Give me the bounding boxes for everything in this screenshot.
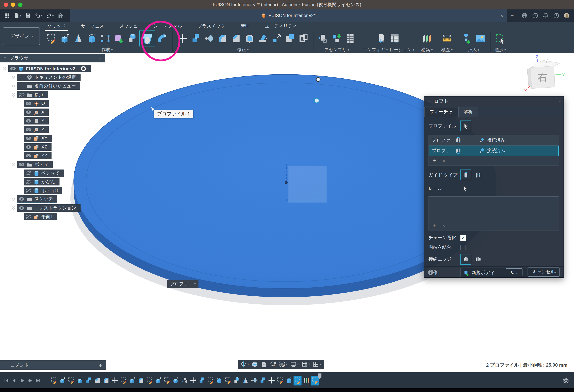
visibility-icon[interactable] <box>19 84 25 88</box>
timeline-feature[interactable] <box>172 375 180 385</box>
timeline-feature[interactable] <box>145 375 153 385</box>
group-label-insert[interactable]: 挿入▾ <box>468 47 479 53</box>
step-forward-button[interactable] <box>28 378 33 383</box>
timeline-feature[interactable] <box>50 375 58 385</box>
visibility-icon[interactable] <box>25 119 32 123</box>
orbit-button[interactable]: ▾ <box>241 361 249 367</box>
ribbon-tool-button[interactable] <box>317 32 329 45</box>
timeline-feature[interactable] <box>163 375 171 385</box>
timeline-feature[interactable] <box>180 375 188 385</box>
dropdown-caret-icon[interactable]: ▾ <box>247 363 249 366</box>
item-label[interactable]: XY <box>41 136 47 141</box>
collapse-panel-icon[interactable]: « <box>4 56 6 61</box>
tabstrip-icon-button[interactable] <box>553 13 559 19</box>
guide-rail-button[interactable] <box>460 169 471 180</box>
item-label[interactable]: 平面1 <box>41 214 53 220</box>
workspace-selector[interactable]: デザイン ▾ <box>3 27 40 45</box>
ribbon-tool-button[interactable] <box>112 32 125 45</box>
visibility-icon[interactable] <box>25 171 32 175</box>
item-label[interactable]: ボディ <box>35 161 48 167</box>
timeline-feature[interactable] <box>206 375 214 385</box>
timeline-feature[interactable] <box>285 375 293 385</box>
ribbon-tool-button[interactable] <box>297 32 309 45</box>
browser-row-box[interactable]: XY <box>24 135 52 142</box>
timeline-feature[interactable] <box>102 375 110 385</box>
browser-row[interactable]: X <box>24 108 105 116</box>
visibility-icon[interactable] <box>25 154 32 158</box>
browser-row[interactable]: ボディ8 <box>24 187 105 194</box>
profile-dropdown-label[interactable]: プロファ... ▾ <box>167 280 199 288</box>
timeline-feature[interactable] <box>128 375 136 385</box>
item-label[interactable]: XZ <box>41 144 47 149</box>
visibility-icon[interactable] <box>19 162 25 166</box>
minimize-window-button[interactable] <box>11 2 15 7</box>
tabstrip-icon-button[interactable] <box>532 13 538 19</box>
visibility-icon[interactable] <box>25 145 32 149</box>
browser-row[interactable]: O <box>24 100 105 107</box>
browser-row[interactable]: 平面1 <box>24 213 105 220</box>
browser-row[interactable]: かびん <box>24 178 105 186</box>
item-label[interactable]: YZ <box>41 153 47 158</box>
dialog-tab[interactable]: フィーチャ <box>424 107 458 117</box>
timeline-feature[interactable] <box>59 375 66 385</box>
chain-selection-checkbox[interactable]: ✓ <box>460 235 466 241</box>
timeline-feature[interactable] <box>276 375 284 385</box>
go-to-start-button[interactable] <box>4 378 9 383</box>
browser-row-box[interactable]: 平面1 <box>24 213 57 220</box>
item-label[interactable]: X <box>41 110 44 115</box>
ribbon-tool-button[interactable] <box>376 32 388 45</box>
browser-row-box[interactable]: XZ <box>24 143 52 151</box>
ribbon-tool-button[interactable] <box>421 32 433 45</box>
ribbon-tool-button[interactable] <box>59 32 71 45</box>
play-button[interactable] <box>20 378 25 383</box>
timeline-feature[interactable] <box>111 375 119 385</box>
browser-row-box[interactable]: ボディ <box>17 161 53 168</box>
ribbon-tab[interactable]: メッシュ <box>119 23 138 29</box>
profile-name[interactable]: プロファ... <box>432 137 452 143</box>
ribbon-tool-button[interactable] <box>230 32 242 45</box>
timeline-feature[interactable] <box>154 375 162 385</box>
go-to-end-button[interactable] <box>36 378 41 383</box>
dropdown-caret-icon[interactable]: ▾ <box>286 363 287 366</box>
item-label[interactable]: コンストラクション <box>35 205 76 211</box>
profile-row[interactable]: プロファ... 接続済み <box>429 145 559 156</box>
dropdown-caret-icon[interactable]: ▾ <box>308 363 310 366</box>
browser-header[interactable]: « ブラウザ − <box>0 54 105 62</box>
timeline-scrubber-handle[interactable] <box>317 373 322 380</box>
dialog-expand-icon[interactable]: » <box>558 99 561 103</box>
ribbon-tool-button[interactable] <box>270 32 283 45</box>
close-tab-icon[interactable]: × <box>500 13 503 18</box>
browser-row-box[interactable]: かびん <box>24 178 60 186</box>
ribbon-tool-button[interactable] <box>461 32 473 45</box>
quick-toolbar-button[interactable] <box>56 12 64 20</box>
timeline-feature[interactable] <box>233 375 241 385</box>
zoom-button[interactable] <box>270 361 276 367</box>
tangent-edge-button-b[interactable] <box>473 254 483 264</box>
item-label[interactable]: かびん <box>41 179 55 185</box>
group-label-assemble[interactable]: アセンブリ▾ <box>324 47 349 53</box>
ribbon-tab[interactable]: プラスチック <box>197 23 225 29</box>
ribbon-tool-button[interactable] <box>217 32 229 45</box>
timeline-feature[interactable] <box>84 375 93 385</box>
timeline-feature[interactable] <box>189 375 197 385</box>
visibility-icon[interactable] <box>25 214 32 219</box>
chevron-icon[interactable] <box>2 66 7 71</box>
browser-row-box[interactable]: 名前の付いたビュー <box>17 83 80 90</box>
browser-row-box[interactable]: コンストラクション <box>17 204 81 212</box>
item-label[interactable]: Y <box>41 118 44 124</box>
ribbon-tool-button[interactable] <box>330 32 343 45</box>
browser-row-box[interactable]: 原点 <box>17 91 48 98</box>
timeline-feature[interactable] <box>215 375 223 385</box>
item-label[interactable]: 原点 <box>35 92 43 98</box>
tabstrip-icon-button[interactable] <box>522 13 528 19</box>
browser-row-box[interactable]: X <box>24 108 49 116</box>
browser-row[interactable]: ペン立て <box>24 169 105 177</box>
ribbon-tool-button[interactable] <box>126 32 138 45</box>
browser-row-box[interactable]: ボディ8 <box>24 187 62 194</box>
timeline-feature[interactable] <box>198 375 206 385</box>
info-icon[interactable] <box>428 269 433 275</box>
ribbon-tool-button[interactable] <box>344 32 356 45</box>
loft-handle-outer[interactable] <box>316 78 320 82</box>
browser-row[interactable]: YZ <box>24 152 105 159</box>
chevron-icon[interactable] <box>11 92 16 97</box>
